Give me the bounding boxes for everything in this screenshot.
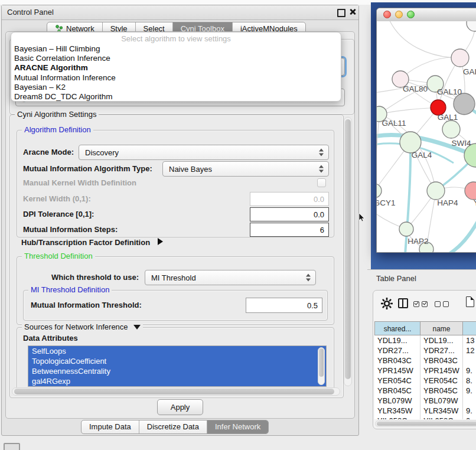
column-settings-icon[interactable] (398, 298, 408, 308)
table-column-header[interactable] (463, 321, 476, 335)
table-cell: YBR045C (374, 386, 420, 396)
aracne-mode-value: Discovery (85, 148, 119, 157)
close-panel-icon[interactable] (349, 8, 356, 15)
table-cell: YER054C (374, 376, 420, 386)
manual-kernel-checkbox[interactable] (317, 178, 326, 187)
table-row[interactable]: YBR043CYBR043C (374, 356, 476, 366)
zoom-window-icon[interactable] (407, 11, 415, 18)
table-column-header[interactable]: name (420, 321, 463, 335)
tab-impute-data[interactable]: Impute Data (81, 420, 139, 433)
hub-definition-label: Hub/Transcription Factor Definition (21, 238, 150, 247)
attribute-item[interactable]: gal4RGexp (28, 376, 326, 386)
table-row[interactable]: YER054CYER054C8. (374, 376, 476, 386)
algorithm-option[interactable]: Bayesian – K2 (11, 83, 341, 92)
apply-button[interactable]: Apply (157, 399, 203, 415)
attribute-item[interactable]: BetweennessCentrality (28, 366, 326, 376)
mi-threshold-title: MI Threshold Definition (28, 285, 112, 295)
settings-vertical-scrollbar[interactable] (344, 117, 352, 386)
algorithm-option[interactable]: Dream8 DC_TDC Algorithm (11, 92, 341, 102)
network-node[interactable] (400, 132, 421, 153)
table-cell: 13 (463, 335, 476, 345)
network-node[interactable] (377, 184, 382, 198)
table-row[interactable]: YBL079WYBL079W (374, 396, 476, 406)
deselect-all-icon[interactable] (435, 301, 441, 307)
table-row[interactable]: YIL052CYIL052C0. (374, 416, 476, 419)
table-row[interactable]: YDL19...YDL19...13 (374, 335, 476, 345)
expand-right-icon (158, 238, 163, 245)
hub-definition-toggle[interactable]: Hub/Transcription Factor Definition (21, 237, 163, 248)
table-column-header[interactable]: shared... (374, 321, 420, 335)
table-cell: YDR27... (374, 345, 420, 356)
kernel-width-field[interactable]: 0.0 (250, 192, 329, 206)
select-all-check-icon[interactable] (413, 301, 419, 307)
network-node-label: GCY1 (377, 198, 395, 207)
kernel-width-value: 0.0 (314, 195, 324, 204)
sources-group-title[interactable]: Sources for Network Inference (22, 322, 143, 332)
table-panel-region: Table Panel shared...name YDL19...YDL19.… (367, 269, 476, 450)
which-threshold-combo[interactable]: MI Threshold (145, 270, 316, 285)
dpi-tolerance-label: DPI Tolerance [0,1]: (23, 207, 94, 221)
network-edge (377, 114, 379, 191)
dpi-tolerance-field[interactable]: 0.0 (250, 207, 329, 221)
network-window-titlebar[interactable] (377, 8, 476, 22)
network-node-label: GAL11 (382, 119, 406, 128)
attribute-item[interactable]: TopologicalCoefficient (28, 356, 326, 366)
close-window-icon[interactable] (383, 11, 391, 18)
data-attributes-heading: Data Attributes (23, 334, 78, 343)
attribute-item[interactable]: SelfLoops (28, 346, 326, 356)
network-node[interactable] (451, 49, 469, 67)
algorithm-definition-title: Algorithm Definition (22, 125, 93, 135)
tab-discretize-data[interactable]: Discretize Data (139, 420, 207, 433)
sources-group-title-label: Sources for Network Inference (24, 322, 128, 331)
control-panel-titlebar: Control Panel (2, 5, 358, 20)
mi-threshold-field[interactable]: 0.5 (246, 298, 322, 313)
table-horizontal-scrollbar[interactable] (375, 420, 476, 427)
gear-icon[interactable] (380, 297, 393, 310)
tab-infer-network[interactable]: Infer Network (207, 420, 268, 433)
network-node[interactable] (465, 182, 476, 200)
algorithm-option[interactable]: Mutual Information Inference (11, 73, 341, 83)
attr-items-container: SelfLoopsTopologicalCoefficientBetweenne… (28, 346, 326, 386)
bottom-tabstrip: Impute Data Discretize Data Infer Networ… (81, 420, 269, 434)
table-header-row: shared...name (374, 321, 476, 335)
settings-group-title: Cyni Algorithm Settings (15, 110, 99, 119)
collapse-down-icon (133, 325, 141, 330)
float-window-icon[interactable] (337, 9, 345, 17)
settings-horizontal-scrollbar[interactable] (12, 387, 340, 396)
table-row[interactable]: YBR045CYBR045C9. (374, 386, 476, 396)
minimize-window-icon[interactable] (395, 11, 403, 18)
network-canvas[interactable]: GAL7GAL80GAL10GAL1GAL11GAL4SWI4GCY1HAP4Y… (377, 21, 476, 252)
select-all-check-icon-2[interactable] (422, 301, 428, 307)
table-row[interactable]: YPR145WYPR145W9. (374, 366, 476, 376)
minimized-panel-chip[interactable] (4, 443, 20, 450)
algorithm-dropdown-popup: Select algorithm to view settings Bayesi… (11, 32, 341, 102)
deselect-all-icon-2[interactable] (443, 301, 449, 307)
data-attributes-list: SelfLoopsTopologicalCoefficientBetweenne… (28, 345, 327, 387)
network-node[interactable] (399, 222, 413, 236)
threshold-definition-title: Threshold Definition (22, 252, 95, 261)
network-node[interactable] (442, 120, 460, 138)
algorithm-option[interactable]: Basic Correlation Inference (11, 54, 341, 63)
mi-type-combo[interactable]: Naive Bayes (162, 161, 329, 177)
mi-type-value: Naive Bayes (169, 165, 212, 174)
table-cell: YIL052C (374, 416, 420, 419)
tab-impute-data-label: Impute Data (89, 420, 131, 433)
algorithm-option[interactable]: Bayesian – Hill Climbing (11, 44, 341, 54)
mi-steps-field[interactable]: 6 (250, 223, 329, 237)
algorithm-option[interactable]: ARACNE Algorithm (11, 63, 341, 73)
table-cell: 12 (463, 345, 476, 356)
network-node[interactable] (467, 21, 476, 31)
attributes-scrollbar[interactable] (318, 347, 325, 385)
network-node-label: GAL10 (437, 87, 462, 96)
table-cell: YPR145W (374, 366, 420, 376)
network-node[interactable] (427, 182, 445, 200)
network-node[interactable] (454, 93, 475, 115)
table-cell: YBL079W (420, 396, 463, 406)
aracne-mode-combo[interactable]: Discovery (79, 145, 329, 160)
table-cell (463, 396, 476, 406)
table-cell: 8. (463, 376, 476, 386)
network-edge (400, 57, 460, 79)
export-table-icon[interactable] (466, 296, 474, 307)
table-row[interactable]: YLR345WYLR345W9. (374, 406, 476, 416)
table-row[interactable]: YDR27...YDR27...12 (374, 345, 476, 356)
